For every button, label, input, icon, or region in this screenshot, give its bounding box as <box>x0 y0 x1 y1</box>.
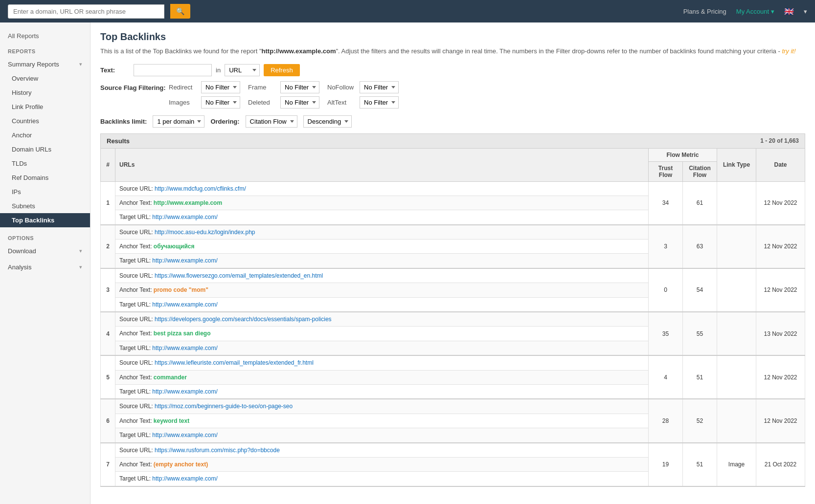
source-url-link[interactable]: https://moz.com/beginners-guide-to-seo/o… <box>155 403 293 410</box>
redirect-label: Redirect <box>169 84 198 91</box>
chevron-down-icon: ▾ <box>771 8 774 15</box>
images-label: Images <box>169 99 198 106</box>
ordering-select[interactable]: Citation Flow Trust Flow Date <box>246 115 297 128</box>
sidebar-item-top-backlinks[interactable]: Top Backlinks <box>0 213 90 227</box>
results-header: Results 1 - 20 of 1,663 <box>100 133 805 148</box>
images-select[interactable]: No FilterYesNo <box>201 96 240 109</box>
source-url-link[interactable]: https://developers.google.com/search/doc… <box>155 316 332 323</box>
date-cell: 12 Nov 2022 <box>756 399 805 442</box>
chevron-down-icon: ▾ <box>79 264 82 270</box>
redirect-filter: Redirect No FilterYesNo <box>169 81 240 93</box>
target-url-link[interactable]: http://www.example.com/ <box>152 214 217 220</box>
target-url-link[interactable]: http://www.example.com/ <box>152 475 217 482</box>
target-url-cell: Target URL: http://www.example.com/ <box>115 428 649 443</box>
row-num: 1 <box>101 181 115 225</box>
search-button[interactable]: 🔍 <box>170 4 190 19</box>
frame-filter: Frame No FilterYesNo <box>248 81 319 93</box>
source-url-link[interactable]: https://www.lefleuriste.com/email_templa… <box>155 359 314 366</box>
sidebar-item-ips[interactable]: IPs <box>0 185 90 199</box>
top-nav: 🔍 Plans & Pricing My Account ▾ 🇬🇧 ▾ <box>0 0 815 22</box>
citation-flow-cell: 51 <box>683 443 717 486</box>
backlinks-limit-label: Backlinks limit: <box>100 118 147 125</box>
source-url-cell: Source URL: http://www.mdcfug.com/cflink… <box>115 181 649 196</box>
link-type-cell: Image <box>717 443 756 486</box>
sidebar-item-countries[interactable]: Countries <box>0 114 90 128</box>
my-account-menu[interactable]: My Account ▾ <box>736 8 774 15</box>
trust-flow-cell: 3 <box>649 225 683 268</box>
content-area: Top Backlinks This is a list of the Top … <box>91 22 815 504</box>
anchor-cell: Anchor Text: http://www.example.com <box>115 196 649 210</box>
language-flag[interactable]: 🇬🇧 <box>784 7 794 16</box>
anchor-text: обучающийся <box>154 243 195 250</box>
citation-flow-cell: 52 <box>683 399 717 442</box>
trust-flow-cell: 35 <box>649 312 683 355</box>
results-table: # URLs Flow Metric Link Type Date Trust … <box>100 148 805 487</box>
alttext-select[interactable]: No FilterYesNo <box>360 96 399 109</box>
source-url-link[interactable]: https://www.flowersezgo.com/email_templa… <box>155 272 323 279</box>
source-url-link[interactable]: http://mooc.asu-edu.kz/login/index.php <box>155 229 255 236</box>
chevron-down-icon: ▾ <box>79 248 82 254</box>
sidebar-item-domain-urls[interactable]: Domain URLs <box>0 142 90 156</box>
text-filter-row: Text: in URL Anchor Title Refresh <box>100 64 805 76</box>
sidebar-analysis-header[interactable]: Analysis ▾ <box>0 260 90 274</box>
source-url-link[interactable]: http://www.mdcfug.com/cflinks.cfm/ <box>155 185 246 192</box>
sidebar-item-tlds[interactable]: TLDs <box>0 156 90 171</box>
refresh-button[interactable]: Refresh <box>264 64 300 76</box>
sidebar-summary-reports-header[interactable]: Summary Reports ▾ <box>0 57 90 71</box>
target-url-link[interactable]: http://www.example.com/ <box>152 345 217 351</box>
source-url-cell: Source URL: https://developers.google.co… <box>115 312 649 327</box>
frame-select[interactable]: No FilterYesNo <box>280 81 319 93</box>
in-select[interactable]: URL Anchor Title <box>225 64 260 76</box>
table-row: 2 Source URL: http://mooc.asu-edu.kz/log… <box>101 225 805 240</box>
results-count: 1 - 20 of 1,663 <box>760 137 799 144</box>
ordering-label: Ordering: <box>210 118 239 125</box>
target-url-link[interactable]: http://www.example.com/ <box>152 432 217 438</box>
target-url-cell: Target URL: http://www.example.com/ <box>115 341 649 355</box>
sidebar-item-ref-domains[interactable]: Ref Domains <box>0 171 90 185</box>
table-row: 3 Source URL: https://www.flowersezgo.co… <box>101 268 805 283</box>
anchor-text: commander <box>154 374 187 381</box>
target-url-cell: Target URL: http://www.example.com/ <box>115 254 649 268</box>
report-url: http://www.example.com <box>262 47 336 55</box>
target-url-link[interactable]: http://www.example.com/ <box>152 257 217 264</box>
source-url-cell: Source URL: https://www.rusforum.com/mis… <box>115 443 649 458</box>
page-title: Top Backlinks <box>100 31 805 43</box>
anchor-text: best pizza san diego <box>154 330 211 337</box>
sidebar-item-link-profile[interactable]: Link Profile <box>0 100 90 114</box>
table-row: 6 Source URL: https://moz.com/beginners-… <box>101 399 805 414</box>
images-filter: Images No FilterYesNo <box>169 96 240 109</box>
source-url-link[interactable]: https://www.rusforum.com/misc.php?do=bbc… <box>155 447 280 454</box>
target-url-cell: Target URL: http://www.example.com/ <box>115 384 649 399</box>
text-filter-label: Text: <box>100 66 130 74</box>
citation-flow-cell: 61 <box>683 181 717 225</box>
date-cell: 21 Oct 2022 <box>756 443 805 486</box>
source-url-cell: Source URL: https://www.flowersezgo.com/… <box>115 268 649 283</box>
text-filter-input[interactable] <box>134 64 212 76</box>
date-cell: 12 Nov 2022 <box>756 355 805 399</box>
sidebar-item-anchor[interactable]: Anchor <box>0 128 90 142</box>
nofollow-filter: NoFollow No FilterYesNo <box>327 81 399 93</box>
search-input[interactable] <box>8 4 164 19</box>
sidebar-all-reports[interactable]: All Reports <box>0 28 90 44</box>
deleted-select[interactable]: No FilterYesNo <box>280 96 319 109</box>
limit-select[interactable]: 1 per domain All <box>153 115 204 128</box>
col-urls: URLs <box>115 148 649 181</box>
redirect-select[interactable]: No FilterYesNo <box>201 81 240 93</box>
col-num: # <box>101 148 115 181</box>
anchor-cell: Anchor Text: promo code "mom" <box>115 283 649 297</box>
citation-flow-cell: 54 <box>683 268 717 312</box>
sidebar-item-overview[interactable]: Overview <box>0 71 90 86</box>
direction-select[interactable]: Descending Ascending <box>303 115 352 128</box>
citation-flow-cell: 63 <box>683 225 717 268</box>
target-url-link[interactable]: http://www.example.com/ <box>152 301 217 308</box>
deleted-filter: Deleted No FilterYesNo <box>248 96 319 109</box>
plans-pricing-link[interactable]: Plans & Pricing <box>683 8 726 15</box>
sidebar-item-subnets[interactable]: Subnets <box>0 199 90 213</box>
sidebar-summary-reports-group: Summary Reports ▾ Overview History Link … <box>0 57 90 227</box>
date-cell: 12 Nov 2022 <box>756 181 805 225</box>
nofollow-select[interactable]: No FilterYesNo <box>360 81 399 93</box>
sidebar-download-header[interactable]: Download ▾ <box>0 244 90 258</box>
alttext-label: AltText <box>327 99 357 106</box>
sidebar-item-history[interactable]: History <box>0 86 90 100</box>
target-url-link[interactable]: http://www.example.com/ <box>152 388 217 395</box>
